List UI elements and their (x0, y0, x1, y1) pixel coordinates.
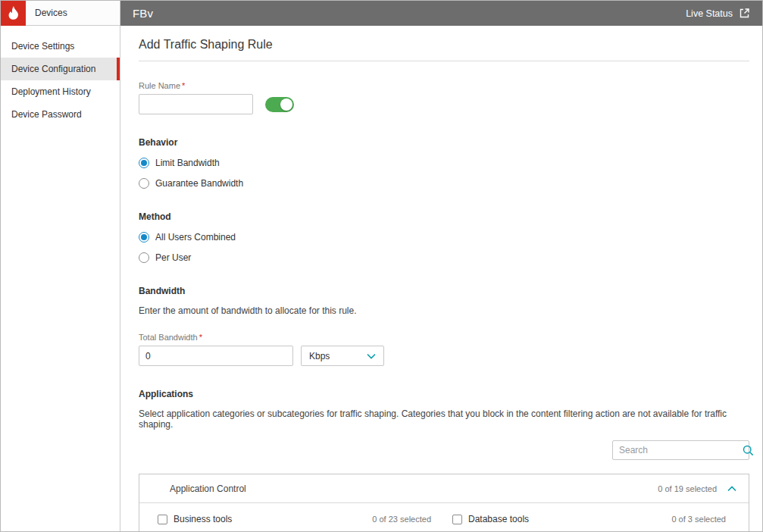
required-asterisk: * (199, 333, 202, 342)
device-title: FBv (133, 7, 153, 20)
category-database-tools: Database tools 0 of 3 selected (452, 514, 726, 524)
radio-limit-bandwidth[interactable]: Limit Bandwidth (139, 158, 749, 168)
applications-description: Select application categories or subcate… (139, 408, 749, 430)
external-link-icon (739, 8, 750, 19)
live-status-label: Live Status (686, 8, 733, 19)
sidebar-title: Devices (35, 8, 67, 18)
total-bandwidth-label: Total Bandwidth* (139, 333, 749, 342)
category-list: Business tools 0 of 23 selected Database… (139, 503, 749, 531)
sidebar: Devices Device Settings Device Configura… (1, 1, 120, 531)
radio-unselected-icon (139, 178, 149, 189)
method-section-label: Method (139, 211, 749, 222)
bandwidth-section-label: Bandwidth (139, 286, 749, 296)
bandwidth-unit-value: Kbps (309, 351, 330, 361)
checkbox[interactable] (452, 515, 462, 524)
sidebar-header: Devices (1, 1, 120, 26)
required-asterisk: * (182, 81, 185, 90)
sidebar-item-device-configuration[interactable]: Device Configuration (1, 58, 120, 80)
category-count: 0 of 23 selected (372, 515, 431, 524)
flame-icon (7, 5, 20, 20)
application-control-panel: Application Control 0 of 19 selected Bus… (139, 474, 749, 531)
panel-selected-count: 0 of 19 selected (658, 484, 717, 493)
radio-unselected-icon (139, 252, 149, 263)
radio-guarantee-bandwidth[interactable]: Guarantee Bandwidth (139, 178, 749, 189)
chevron-up-icon[interactable] (727, 486, 736, 492)
radio-per-user[interactable]: Per User (139, 252, 749, 263)
rule-name-label: Rule Name* (139, 81, 749, 90)
sidebar-item-device-settings[interactable]: Device Settings (1, 35, 120, 58)
main-column: FBv Live Status Add Traffic Shaping Rule… (120, 1, 762, 531)
radio-all-users-combined[interactable]: All Users Combined (139, 232, 749, 243)
rule-name-input[interactable] (139, 94, 253, 114)
search-input[interactable] (613, 441, 743, 459)
radio-selected-icon (139, 232, 149, 243)
rule-enabled-toggle[interactable] (265, 97, 294, 112)
toggle-knob (280, 99, 292, 111)
behavior-section-label: Behavior (139, 137, 749, 148)
live-status-button[interactable]: Live Status (686, 8, 750, 19)
page-title: Add Traffic Shaping Rule (139, 38, 749, 61)
sidebar-item-deployment-history[interactable]: Deployment History (1, 80, 120, 103)
applications-section-label: Applications (139, 389, 749, 399)
rule-name-block: Rule Name* (139, 81, 749, 114)
content-area: Add Traffic Shaping Rule Rule Name* Beha… (120, 26, 762, 531)
chevron-down-icon (367, 353, 376, 359)
checkbox[interactable] (158, 515, 167, 524)
application-control-header[interactable]: Application Control 0 of 19 selected (139, 474, 749, 503)
radio-selected-icon (139, 158, 149, 168)
search-icon[interactable] (743, 445, 754, 456)
bandwidth-description: Enter the amount of bandwidth to allocat… (139, 305, 749, 316)
search-row (139, 440, 749, 460)
search-box (612, 440, 749, 460)
category-business-tools: Business tools 0 of 23 selected (158, 514, 431, 524)
total-bandwidth-input[interactable] (139, 346, 293, 366)
panel-title: Application Control (170, 483, 246, 494)
sidebar-item-device-password[interactable]: Device Password (1, 103, 120, 126)
app-window: Devices Device Settings Device Configura… (0, 0, 763, 532)
sidebar-nav: Device Settings Device Configuration Dep… (1, 26, 120, 126)
watchguard-logo (1, 1, 26, 26)
top-bar: FBv Live Status (120, 1, 762, 26)
category-count: 0 of 3 selected (671, 515, 726, 524)
bandwidth-unit-select[interactable]: Kbps (301, 346, 384, 366)
